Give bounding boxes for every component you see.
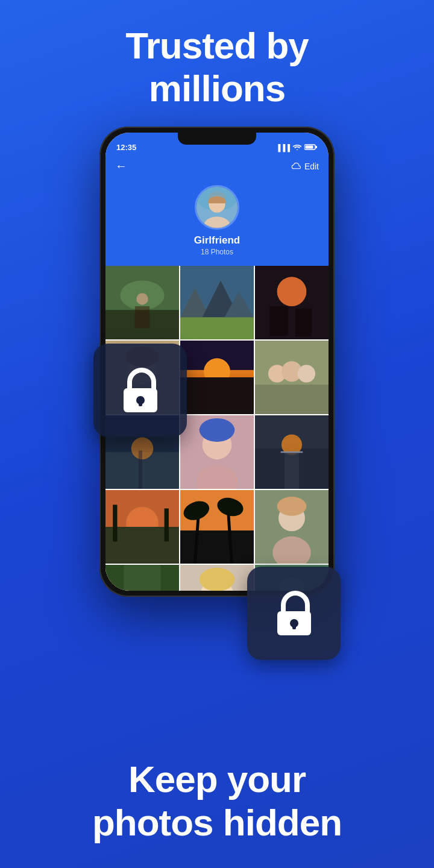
edit-label: Edit [304,162,319,171]
back-button[interactable]: ← [115,159,127,173]
bottom-title: Keep your photos hidden [0,758,434,844]
svg-point-74 [200,568,235,591]
svg-point-47 [200,418,235,442]
bottom-title-line2: photos hidden [0,801,434,844]
battery-icon [304,143,318,152]
lock-icon-left [93,344,187,437]
avatar-image [197,187,237,228]
svg-rect-44 [139,451,142,489]
svg-rect-2 [139,400,142,406]
svg-rect-70 [105,565,124,591]
phone-mockup: 12:35 ▐▐▐ [99,127,335,597]
svg-point-68 [277,497,307,516]
photo-cell-3[interactable] [255,266,329,339]
svg-rect-40 [255,385,329,414]
svg-rect-34 [180,377,254,414]
svg-rect-57 [113,505,117,541]
hero-title-line2: millions [0,67,434,110]
wifi-icon [292,143,302,152]
phone-notch [178,133,256,145]
svg-rect-17 [135,306,149,329]
photo-cell-2[interactable] [180,266,254,339]
svg-point-39 [298,365,315,382]
hero-title-line1: Trusted by [0,24,434,67]
app-header: ← Edit [105,154,329,185]
svg-rect-27 [295,309,312,336]
photo-cell-8[interactable] [180,415,254,489]
svg-rect-52 [285,452,299,489]
photo-cell-11[interactable] [180,490,254,564]
svg-rect-60 [180,530,254,564]
photo-cell-1[interactable] [105,266,179,339]
photo-cell-12[interactable] [255,490,329,564]
photo-cell-5[interactable] [180,341,254,414]
photo-cell-6[interactable] [255,341,329,414]
photo-cell-13[interactable] [105,565,179,591]
edit-button[interactable]: Edit [291,162,319,171]
svg-rect-23 [180,317,254,339]
svg-point-25 [277,277,307,306]
svg-rect-8 [316,146,318,148]
lock-icon-right [247,567,341,660]
profile-section: Girlfriend 18 Photos [105,185,329,266]
photo-cell-14[interactable] [180,565,254,591]
photo-cell-10[interactable] [105,490,179,564]
signal-icon: ▐▐▐ [276,144,290,151]
svg-rect-71 [161,565,180,591]
status-time: 12:35 [116,143,136,152]
profile-count: 18 Photos [201,248,233,256]
svg-point-18 [136,293,148,305]
photo-cell-9[interactable] [255,415,329,489]
profile-name: Girlfriend [194,234,241,247]
status-icons: ▐▐▐ [276,143,318,152]
hero-title: Trusted by millions [0,24,434,110]
avatar [195,185,239,230]
bottom-title-line1: Keep your [0,758,434,800]
svg-rect-7 [306,146,313,149]
svg-rect-26 [269,306,288,336]
svg-rect-5 [292,623,296,629]
svg-rect-58 [165,509,169,542]
